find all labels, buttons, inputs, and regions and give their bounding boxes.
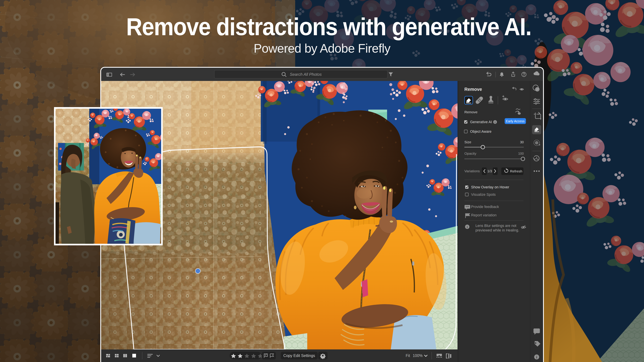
svg-text:Remove: Remove — [464, 110, 478, 114]
svg-text:100%: 100% — [413, 354, 422, 358]
svg-text:Search All Photos: Search All Photos — [290, 72, 322, 77]
svg-text:i: i — [495, 121, 496, 124]
svg-text:Show Overlay on Hover: Show Overlay on Hover — [471, 185, 509, 189]
svg-text:Opacity: Opacity — [464, 151, 476, 155]
svg-text:100: 100 — [518, 152, 524, 155]
svg-text:Variations: Variations — [464, 169, 480, 173]
svg-text:Lens Blur settings are not: Lens Blur settings are not — [476, 224, 516, 228]
svg-text:Size: Size — [464, 140, 471, 144]
svg-text:previewed while in Healing.: previewed while in Healing. — [476, 228, 519, 232]
svg-text:Visualize Spots: Visualize Spots — [471, 193, 496, 197]
svg-text:Object Aware: Object Aware — [470, 130, 492, 134]
svg-text:Report variation: Report variation — [471, 213, 496, 217]
svg-text:Generative AI: Generative AI — [470, 120, 492, 124]
svg-text:Provide feedback: Provide feedback — [471, 205, 499, 209]
svg-text:1/3: 1/3 — [487, 169, 492, 173]
svg-text:Refresh: Refresh — [510, 169, 522, 173]
svg-text:30: 30 — [520, 140, 524, 144]
svg-text:Fit: Fit — [406, 354, 410, 358]
svg-text:i: i — [536, 355, 537, 359]
svg-text:i: i — [467, 225, 468, 229]
svg-text:Copy Edit Settings: Copy Edit Settings — [283, 354, 315, 358]
svg-text:Remove: Remove — [464, 87, 482, 92]
svg-text:Early Access: Early Access — [506, 119, 524, 123]
